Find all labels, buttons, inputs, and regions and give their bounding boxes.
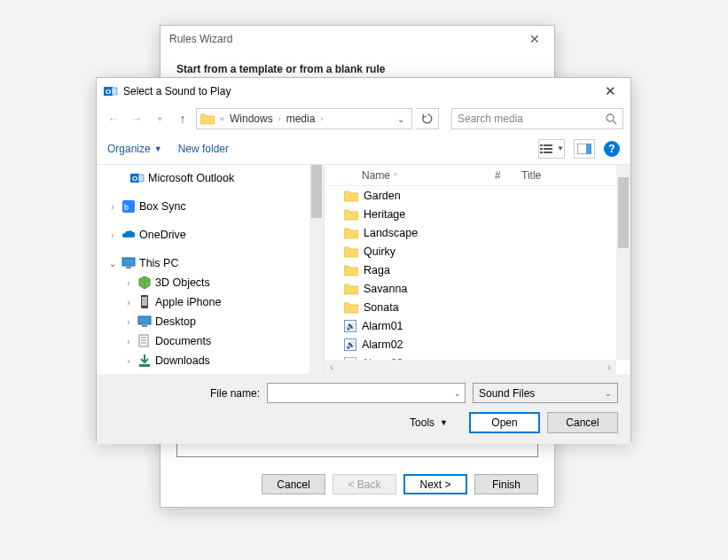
tree-item-downloads[interactable]: › Downloads	[97, 351, 324, 370]
file-row-sound[interactable]: 🔊Alarm01	[325, 316, 616, 335]
bottom-panel: File name: ⌄ Sound Files ⌄ Tools ▼ Open …	[97, 374, 630, 444]
open-button[interactable]: Open	[469, 412, 540, 433]
chevron-right-icon[interactable]: ›	[123, 278, 134, 288]
file-list: Garden Heritage Landscape Quirky Raga Sa…	[325, 186, 616, 360]
file-row-folder[interactable]: Savanna	[325, 279, 616, 298]
folder-icon	[344, 245, 358, 258]
chevron-right-icon[interactable]: ›	[123, 298, 134, 307]
chevron-down-icon[interactable]: ⌄	[107, 259, 118, 268]
cancel-button[interactable]: Cancel	[547, 412, 618, 433]
file-row-folder[interactable]: Quirky	[325, 242, 616, 261]
scroll-left-icon[interactable]: ‹	[325, 362, 339, 372]
search-input[interactable]: Search media	[451, 108, 623, 129]
wizard-next-button[interactable]: Next >	[403, 474, 467, 494]
svg-rect-5	[540, 144, 543, 146]
breadcrumb-seg-1[interactable]: Windows	[230, 113, 273, 125]
folder-icon	[344, 283, 358, 295]
wizard-close-icon[interactable]: ✕	[524, 30, 545, 48]
address-bar[interactable]: « Windows › media › ⌄	[196, 108, 412, 129]
wizard-cancel-button[interactable]: Cancel	[262, 474, 325, 494]
svg-rect-10	[544, 152, 552, 153]
outlook-icon: O	[130, 171, 145, 185]
sound-file-icon: 🔊	[344, 338, 356, 351]
help-icon[interactable]: ?	[604, 141, 620, 157]
sort-asc-icon: ^	[394, 171, 397, 179]
tools-menu[interactable]: Tools ▼	[410, 416, 448, 429]
tree-item-desktop[interactable]: › Desktop	[97, 312, 324, 331]
svg-text:O: O	[106, 88, 111, 96]
svg-rect-22	[138, 316, 151, 324]
tree-item-boxsync[interactable]: › b Box Sync	[97, 197, 324, 216]
breadcrumb-seg-2[interactable]: media	[286, 113, 316, 125]
chevron-right-icon[interactable]: ›	[123, 317, 134, 327]
new-folder-button[interactable]: New folder	[178, 143, 229, 155]
file-row-folder[interactable]: Heritage	[325, 205, 616, 223]
file-vscrollbar[interactable]	[616, 165, 630, 360]
wizard-titlebar: Rules Wizard ✕	[160, 26, 554, 52]
onedrive-icon	[121, 228, 136, 242]
tree-item-thispc[interactable]: ⌄ This PC	[97, 253, 324, 273]
file-row-folder[interactable]: Sonata	[325, 298, 616, 316]
organize-menu[interactable]: Organize ▼	[107, 143, 162, 155]
folder-icon	[344, 190, 358, 202]
nav-recent-dropdown-icon[interactable]: ▾	[150, 108, 169, 129]
file-row-sound[interactable]: 🔊Alarm02	[325, 335, 616, 354]
chevron-right-icon[interactable]: ›	[107, 230, 118, 240]
dialog-close-icon[interactable]: ✕	[598, 82, 623, 101]
navigation-row: ← → ▾ ↑ « Windows › media › ⌄ Search med…	[97, 105, 630, 133]
dialog-titlebar: O Select a Sound to Play ✕	[97, 78, 630, 105]
filename-input[interactable]: ⌄	[267, 383, 466, 403]
filename-dropdown-icon[interactable]: ⌄	[454, 389, 461, 398]
file-row-sound[interactable]: 🔊Alarm03	[325, 354, 616, 360]
chevron-right-icon[interactable]: ›	[123, 337, 134, 346]
pc-icon	[121, 256, 136, 270]
filter-dropdown-icon: ⌄	[605, 389, 612, 398]
svg-rect-23	[142, 325, 147, 327]
chevron-down-icon: ▼	[154, 144, 162, 153]
svg-rect-8	[544, 148, 552, 150]
nav-up-icon[interactable]: ↑	[173, 108, 192, 129]
chevron-right-icon[interactable]: ›	[123, 356, 134, 366]
folder-icon	[200, 113, 215, 125]
column-header-num[interactable]: #	[495, 169, 521, 182]
file-row-folder[interactable]: Landscape	[325, 223, 616, 242]
file-row-folder[interactable]: Raga	[325, 261, 616, 279]
file-type-filter[interactable]: Sound Files ⌄	[473, 383, 618, 403]
wizard-back-button: < Back	[333, 474, 396, 494]
svg-rect-21	[142, 297, 147, 306]
wizard-heading: Start from a template or from a blank ru…	[176, 63, 385, 75]
svg-rect-18	[122, 258, 135, 266]
svg-rect-9	[540, 152, 543, 153]
tree-item-documents[interactable]: › Documents	[97, 331, 324, 351]
view-mode-button[interactable]: ▼	[538, 139, 565, 159]
wizard-finish-button[interactable]: Finish	[474, 474, 538, 494]
folder-icon	[344, 208, 358, 221]
tree-item-onedrive[interactable]: › OneDrive	[97, 225, 324, 245]
nav-back-icon: ←	[104, 108, 123, 129]
wizard-title: Rules Wizard	[169, 33, 232, 45]
svg-rect-7	[540, 148, 543, 150]
tree-item-iphone[interactable]: › Apple iPhone	[97, 292, 324, 312]
file-row-folder[interactable]: Garden	[325, 186, 616, 205]
chevron-right-icon[interactable]: ›	[107, 202, 118, 212]
tree-item-3dobjects[interactable]: › 3D Objects	[97, 273, 324, 292]
column-header-title[interactable]: Title	[521, 169, 630, 182]
address-dropdown-icon[interactable]: ⌄	[394, 114, 408, 124]
svg-text:O: O	[132, 175, 137, 183]
svg-rect-12	[586, 144, 591, 154]
box-icon: b	[121, 199, 136, 214]
phone-icon	[137, 295, 152, 309]
tree-item-outlook[interactable]: O Microsoft Outlook	[97, 168, 324, 188]
dialog-title: Select a Sound to Play	[123, 85, 231, 97]
svg-rect-19	[126, 267, 131, 268]
tree-scrollbar[interactable]	[309, 165, 324, 374]
column-header-name[interactable]: Name ^	[362, 169, 495, 182]
svg-rect-6	[544, 144, 552, 146]
file-hscrollbar[interactable]: ‹ ›	[325, 360, 616, 374]
button-row: Tools ▼ Open Cancel	[109, 412, 618, 433]
breadcrumb-sep-icon: «	[220, 114, 224, 123]
refresh-button[interactable]	[416, 108, 439, 129]
preview-pane-button[interactable]	[574, 139, 595, 159]
scroll-right-icon[interactable]: ›	[602, 362, 616, 372]
navigation-tree: O Microsoft Outlook › b Box Sync › OneDr…	[97, 165, 324, 374]
